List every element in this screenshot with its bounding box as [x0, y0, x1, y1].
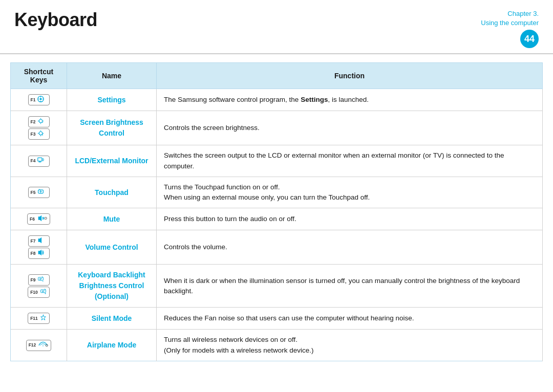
page-number-badge: 44 [520, 30, 539, 48]
svg-text:−: − [42, 279, 44, 282]
key-badge-f7: F7 [28, 235, 50, 247]
svg-marker-31 [38, 249, 42, 255]
name-cell: Volume Control [67, 230, 157, 265]
shortcut-cell: F6 [11, 208, 67, 230]
name-cell: Airplane Mode [67, 330, 157, 361]
col-header-shortcut: Shortcut Keys [11, 63, 67, 89]
shortcut-keys-table: Shortcut Keys Name Function F1SettingsTh… [10, 62, 543, 361]
function-cell: Reduces the Fan noise so that users can … [157, 308, 543, 330]
function-cell: Switches the screen output to the LCD or… [157, 145, 543, 177]
key-badge-f3: F3+ [28, 128, 50, 140]
svg-rect-18 [38, 158, 42, 161]
svg-point-1 [40, 98, 42, 100]
key-badge-f10: F10+ [28, 287, 50, 298]
shortcut-cell: F9−F10+ [11, 265, 67, 308]
function-cell: Press this button to turn the audio on o… [157, 208, 543, 230]
key-badge-f2: F2− [28, 116, 50, 127]
name-cell: LCD/External Monitor [67, 145, 157, 177]
function-cell: The Samsung software control program, th… [157, 89, 543, 111]
key-badge-f5: F5 [28, 187, 50, 198]
page-title: Keyboard [14, 9, 97, 31]
function-cell: When it is dark or when the illumination… [157, 265, 543, 308]
function-cell: Turns the Touchpad function on or off.Wh… [157, 177, 543, 208]
name-cell: Silent Mode [67, 308, 157, 330]
name-cell: Screen Brightness Control [67, 111, 157, 145]
main-content: Shortcut Keys Name Function F1SettingsTh… [0, 54, 553, 372]
key-badge-f11: F11 [28, 313, 50, 324]
key-badge-f1: F1 [28, 94, 50, 105]
key-badge-f9: F9− [28, 274, 50, 286]
col-header-function: Function [157, 63, 543, 89]
svg-text:+: + [45, 292, 47, 294]
col-header-name: Name [67, 63, 157, 89]
svg-text:−: − [42, 121, 44, 124]
key-badge-f4: F4 [28, 156, 50, 167]
table-row: F4LCD/External MonitorSwitches the scree… [11, 145, 543, 177]
page-header: Keyboard Chapter 3. Using the computer 4… [0, 0, 553, 54]
function-cell: Turns all wireless network devices on or… [157, 330, 543, 361]
table-row: F6MutePress this button to turn the audi… [11, 208, 543, 230]
table-row: F11Silent ModeReduces the Fan noise so t… [11, 308, 543, 330]
key-badge-f12: F12 [26, 340, 52, 351]
table-row: F5TouchpadTurns the Touchpad function on… [11, 177, 543, 208]
function-cell: Controls the volume. [157, 230, 543, 265]
svg-point-29 [45, 217, 47, 219]
shortcut-cell: F11 [11, 308, 67, 330]
shortcut-cell: F5 [11, 177, 67, 208]
svg-marker-26 [38, 215, 42, 221]
shortcut-cell: F2−F3+ [11, 111, 67, 145]
name-cell: Keyboard Backlight Brightness Control (O… [67, 265, 157, 308]
table-row: F1SettingsThe Samsung software control p… [11, 89, 543, 111]
name-cell: Settings [67, 89, 157, 111]
table-row: F7F8Volume ControlControls the volume. [11, 230, 543, 265]
table-row: F2−F3+Screen Brightness ControlControls … [11, 111, 543, 145]
shortcut-cell: F4 [11, 145, 67, 177]
function-cell: Controls the screen brightness. [157, 111, 543, 145]
key-badge-f8: F8 [28, 248, 50, 259]
shortcut-cell: F1 [11, 89, 67, 111]
shortcut-cell: F7F8 [11, 230, 67, 265]
svg-rect-19 [42, 159, 44, 161]
key-badge-f6: F6 [27, 213, 50, 225]
table-header-row: Shortcut Keys Name Function [11, 63, 543, 89]
svg-text:+: + [42, 133, 44, 136]
name-cell: Mute [67, 208, 157, 230]
chapter-info: Chapter 3. Using the computer 44 [481, 9, 539, 48]
shortcut-cell: F12 [11, 330, 67, 361]
chapter-line1: Chapter 3. Using the computer [481, 9, 539, 28]
table-row: F9−F10+Keyboard Backlight Brightness Con… [11, 265, 543, 308]
svg-marker-30 [38, 237, 42, 243]
table-row: F12Airplane ModeTurns all wireless netwo… [11, 330, 543, 361]
name-cell: Touchpad [67, 177, 157, 208]
